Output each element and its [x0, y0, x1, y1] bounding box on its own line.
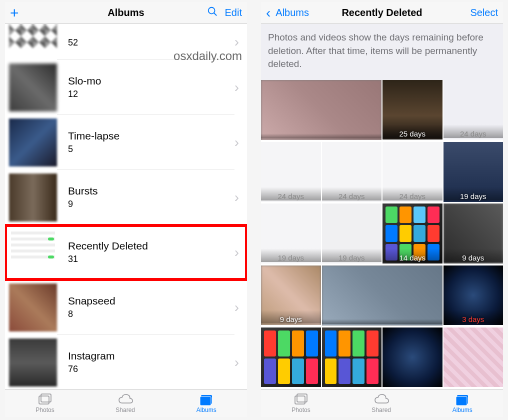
photo-thumb[interactable]: 24 days	[322, 142, 382, 202]
days-remaining: 24 days	[444, 124, 504, 138]
album-thumb	[9, 284, 57, 332]
album-count: 12	[68, 89, 234, 100]
album-name: Bursts	[68, 185, 234, 197]
album-row-recently-deleted[interactable]: Recently Deleted 31 ›	[5, 225, 247, 280]
chevron-right-icon: ›	[234, 354, 239, 370]
recently-deleted-screen: ‹ Albums Recently Deleted Select Photos …	[261, 2, 503, 417]
albums-screen: + Albums Edit osxdaily.com 52 › Slo-mo 1…	[5, 2, 247, 417]
album-thumb	[9, 228, 57, 276]
chevron-right-icon: ›	[234, 300, 239, 316]
tab-bar: Photos Shared Albums	[261, 389, 503, 417]
navbar: ‹ Albums Recently Deleted Select	[261, 2, 503, 24]
chevron-right-icon: ›	[234, 244, 239, 260]
chevron-left-icon: ‹	[266, 6, 270, 20]
days-remaining: 14 days	[382, 248, 442, 262]
svg-rect-2	[39, 396, 49, 404]
chevron-right-icon: ›	[234, 190, 239, 206]
album-row[interactable]: Snapseed 8 ›	[5, 280, 247, 335]
album-thumb	[9, 174, 57, 222]
album-name: Time-lapse	[68, 130, 234, 142]
photo-thumb[interactable]: 24 days	[382, 142, 442, 202]
cloud-icon	[374, 393, 389, 406]
photo-thumb[interactable]	[261, 328, 321, 388]
back-label: Albums	[276, 7, 309, 18]
album-thumb	[9, 24, 57, 48]
chevron-right-icon: ›	[234, 134, 239, 150]
svg-point-0	[208, 8, 214, 14]
album-count: 9	[68, 199, 234, 210]
album-list: osxdaily.com 52 › Slo-mo 12 › Time-lapse…	[5, 24, 247, 389]
album-count: 76	[68, 364, 234, 374]
albums-icon	[199, 393, 214, 406]
svg-rect-5	[200, 396, 211, 406]
albums-icon	[455, 393, 470, 406]
photo-thumb[interactable]: 24 days	[444, 80, 504, 140]
tab-label: Shared	[372, 406, 391, 414]
photo-thumb[interactable]: 14 days	[382, 204, 442, 264]
tab-shared[interactable]: Shared	[372, 393, 391, 414]
tab-photos[interactable]: Photos	[36, 393, 54, 414]
tab-shared[interactable]: Shared	[116, 393, 135, 414]
edit-button[interactable]: Edit	[225, 7, 242, 18]
back-button[interactable]: ‹ Albums	[266, 6, 316, 20]
photo-thumb[interactable]	[322, 328, 382, 388]
photo-thumb[interactable]	[382, 328, 442, 388]
search-icon[interactable]	[207, 6, 218, 20]
photo-grid: 25 days 24 days 24 days 24 days 24 days …	[261, 80, 503, 389]
days-remaining	[261, 134, 382, 138]
days-remaining: 19 days	[444, 187, 504, 200]
album-row[interactable]: Instagram 76 ›	[5, 335, 247, 389]
photo-thumb[interactable]: 9 days	[444, 204, 504, 264]
album-name: Instagram	[68, 350, 234, 362]
album-name: Slo-mo	[68, 75, 234, 87]
svg-line-1	[214, 13, 216, 16]
album-row[interactable]: Bursts 9 ›	[5, 170, 247, 225]
album-name: Recently Deleted	[68, 240, 234, 252]
photo-thumb[interactable]	[261, 80, 382, 140]
select-button[interactable]: Select	[470, 7, 498, 18]
tab-photos[interactable]: Photos	[292, 393, 310, 414]
photo-thumb[interactable]	[322, 266, 442, 326]
svg-rect-7	[297, 394, 307, 402]
album-thumb	[9, 338, 57, 386]
chevron-right-icon: ›	[234, 34, 239, 50]
add-button[interactable]: +	[10, 4, 19, 22]
svg-rect-3	[41, 394, 51, 402]
watermark: osxdaily.com	[174, 49, 242, 63]
photo-thumb[interactable]: 3 days	[444, 266, 504, 326]
photo-thumb[interactable]	[444, 328, 504, 388]
days-remaining: 24 days	[261, 187, 321, 200]
album-thumb	[9, 118, 57, 166]
svg-rect-6	[295, 396, 305, 404]
tab-label: Photos	[292, 406, 310, 414]
photo-thumb[interactable]: 9 days	[261, 266, 321, 326]
album-count: 5	[68, 144, 234, 154]
info-banner: Photos and videos show the days remainin…	[261, 24, 503, 80]
album-row[interactable]: Slo-mo 12 ›	[5, 60, 247, 115]
days-remaining: 25 days	[382, 124, 442, 138]
tab-albums[interactable]: Albums	[452, 393, 472, 414]
days-remaining: 3 days	[444, 310, 504, 324]
tab-bar: Photos Shared Albums	[5, 389, 247, 417]
days-remaining: 9 days	[261, 310, 321, 324]
navbar: + Albums Edit	[5, 2, 247, 24]
photo-thumb[interactable]: 25 days	[382, 80, 442, 140]
cloud-icon	[118, 393, 133, 406]
chevron-right-icon: ›	[234, 80, 239, 96]
photos-icon	[38, 393, 52, 406]
tab-label: Albums	[452, 406, 472, 414]
tab-label: Photos	[36, 406, 54, 414]
photo-thumb[interactable]: 24 days	[261, 142, 321, 202]
album-count: 8	[68, 309, 234, 320]
photo-thumb[interactable]: 19 days	[322, 204, 382, 264]
days-remaining: 24 days	[382, 187, 442, 200]
album-row[interactable]: Time-lapse 5 ›	[5, 115, 247, 170]
photo-thumb[interactable]: 19 days	[444, 142, 504, 202]
photo-thumb[interactable]: 19 days	[261, 204, 321, 264]
album-count: 52	[68, 38, 234, 48]
days-remaining	[322, 319, 442, 324]
album-name: Snapseed	[68, 295, 234, 307]
tab-albums[interactable]: Albums	[196, 393, 216, 414]
days-remaining: 19 days	[322, 248, 382, 262]
tab-label: Shared	[116, 406, 135, 414]
